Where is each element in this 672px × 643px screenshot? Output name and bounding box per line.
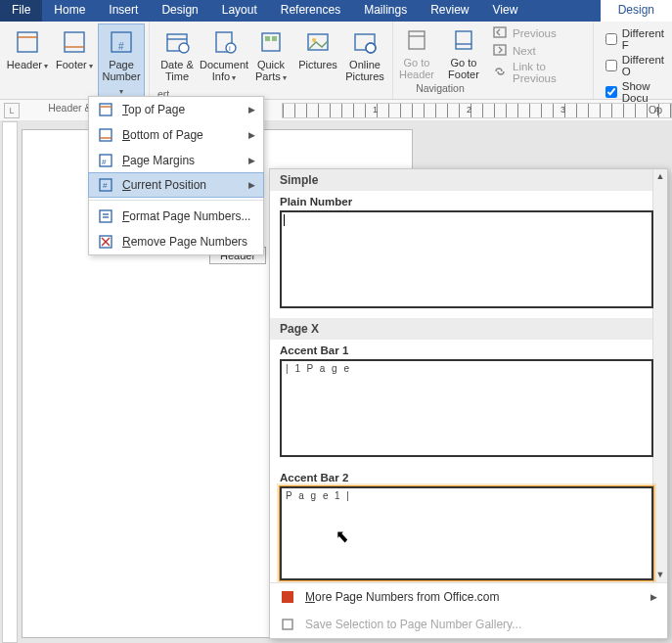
gallery-item-plain-label: Plain Number	[270, 191, 667, 210]
date-time-button[interactable]: Date & Time	[154, 23, 201, 88]
doc-info-label: Document Info	[200, 59, 248, 84]
ruler-mark-1: 1	[373, 105, 378, 115]
gallery-scrollbar[interactable]: ▲ ▼	[652, 169, 667, 582]
link-previous-button[interactable]: Link to Previous	[493, 61, 587, 84]
svg-text:#: #	[102, 158, 107, 166]
menu-format-label: Format Page Numbers...	[122, 209, 250, 223]
more-from-office[interactable]: More Page Numbers from Office.com ▶	[270, 583, 667, 611]
menu-top-of-page[interactable]: Top of Page ▶	[89, 97, 263, 122]
menu-current-position[interactable]: # Current Position ▶	[88, 172, 264, 198]
menu-page-margins[interactable]: # Page Margins ▶	[89, 148, 263, 173]
chevron-right-icon: ▶	[248, 105, 255, 115]
online-pictures-button[interactable]: Online Pictures	[341, 23, 388, 88]
svg-rect-40	[282, 591, 293, 603]
page-number-menu: Top of Page ▶ Bottom of Page ▶ # Page Ma…	[88, 96, 264, 255]
menu-remove-numbers[interactable]: Remove Page Numbers	[89, 229, 263, 254]
gallery-item-ab1-preview[interactable]: | 1 P a g e	[280, 359, 653, 457]
svg-point-10	[226, 43, 236, 53]
pictures-icon	[303, 27, 333, 57]
svg-text:#: #	[118, 41, 124, 52]
link-prev-label: Link to Previous	[513, 61, 587, 84]
group-nav-label: Navigation	[393, 82, 487, 96]
menu-separator	[89, 200, 263, 201]
svg-rect-34	[100, 210, 112, 222]
show-doc-check[interactable]: Show Docu	[605, 80, 664, 104]
page-number-gallery: ▲ ▼ Simple Plain Number Page X Accent Ba…	[269, 168, 668, 639]
tab-file[interactable]: File	[0, 0, 42, 22]
gallery-section-pagex: Page X	[270, 318, 667, 340]
svg-text:i: i	[229, 44, 231, 53]
gallery-footer: More Page Numbers from Office.com ▶ Save…	[270, 582, 667, 638]
quick-parts-label: Quick Parts	[249, 59, 292, 84]
pictures-button[interactable]: Pictures	[294, 23, 341, 88]
tab-references[interactable]: References	[269, 0, 352, 22]
svg-rect-24	[494, 27, 506, 37]
menu-bottom-of-page[interactable]: Bottom of Page ▶	[89, 122, 263, 148]
tab-home[interactable]: Home	[42, 0, 97, 22]
chevron-right-icon: ▶	[248, 180, 255, 190]
header-label: Header	[7, 59, 48, 72]
vertical-ruler[interactable]	[2, 121, 18, 643]
horizontal-ruler[interactable]: 1 2 3 4	[282, 103, 672, 118]
menu-margins-label: Page Margins	[122, 154, 195, 167]
page-number-button[interactable]: # Page Number	[98, 23, 145, 102]
menu-current-label: Current Position	[122, 178, 206, 192]
doc-info-icon: i	[209, 27, 239, 57]
chevron-right-icon: ▶	[248, 156, 255, 165]
svg-text:#: #	[103, 181, 108, 190]
top-page-icon	[97, 101, 114, 118]
svg-rect-0	[18, 32, 37, 52]
scroll-up-icon[interactable]: ▲	[653, 169, 667, 184]
menu-top-label: Top of Page	[122, 103, 185, 116]
ruler-mark-4: 4	[654, 105, 659, 115]
footer-button[interactable]: Footer	[51, 23, 98, 102]
group-options: Different F Different O Show Docu Op	[594, 22, 672, 99]
menu-remove-label: Remove Page Numbers	[122, 235, 247, 249]
menu-format-numbers[interactable]: Format Page Numbers...	[89, 204, 263, 229]
svg-rect-28	[100, 129, 112, 141]
footer-label: Footer	[56, 59, 93, 72]
goto-header-button[interactable]: Go to Header	[393, 22, 440, 84]
different-odd-check[interactable]: Different O	[605, 54, 664, 77]
goto-header-label: Go to Header	[395, 57, 438, 80]
tab-design[interactable]: Design	[150, 0, 209, 22]
svg-rect-20	[409, 31, 425, 49]
gallery-item-plain-preview[interactable]	[280, 210, 653, 308]
margins-icon: #	[97, 152, 114, 169]
gallery-item-ab2-preview[interactable]: P a g e 1 |	[280, 486, 653, 580]
goto-footer-label: Go to Footer	[442, 57, 485, 80]
goto-footer-button[interactable]: Go to Footer	[440, 22, 487, 84]
previous-icon	[493, 25, 507, 41]
tab-selector[interactable]: L	[4, 103, 20, 118]
ribbon: Header Footer # Page Number Header & F D…	[0, 22, 672, 100]
goto-header-icon	[402, 25, 431, 55]
tab-layout[interactable]: Layout	[210, 0, 269, 22]
tab-tool-design[interactable]: Design	[601, 0, 672, 22]
show-doc-label: Show Docu	[622, 80, 664, 104]
menu-bottom-label: Bottom of Page	[122, 128, 203, 142]
next-button[interactable]: Next	[493, 43, 587, 59]
svg-rect-26	[100, 104, 112, 115]
online-pictures-icon	[350, 27, 380, 57]
office-icon	[280, 589, 295, 605]
tab-insert[interactable]: Insert	[97, 0, 150, 22]
svg-rect-25	[494, 45, 506, 55]
more-label: More Page Numbers from Office.com	[305, 590, 500, 604]
gallery-section-simple: Simple	[270, 169, 667, 191]
svg-rect-14	[272, 36, 277, 41]
document-info-button[interactable]: i Document Info	[201, 23, 247, 88]
tab-mailings[interactable]: Mailings	[352, 0, 419, 22]
scroll-down-icon[interactable]: ▼	[653, 568, 667, 582]
quick-parts-button[interactable]: Quick Parts	[247, 23, 294, 88]
preview-text: P a g e 1 |	[286, 490, 351, 501]
header-button[interactable]: Header	[4, 23, 51, 102]
goto-footer-icon	[449, 25, 478, 55]
tab-view[interactable]: View	[481, 0, 530, 22]
tab-review[interactable]: Review	[419, 0, 480, 22]
ruler-mark-3: 3	[560, 105, 565, 115]
different-first-check[interactable]: Different F	[605, 27, 664, 51]
format-icon	[97, 207, 114, 225]
page-number-icon: #	[107, 27, 136, 57]
page-number-label: Page Number	[100, 59, 143, 98]
previous-button[interactable]: Previous	[493, 25, 587, 41]
